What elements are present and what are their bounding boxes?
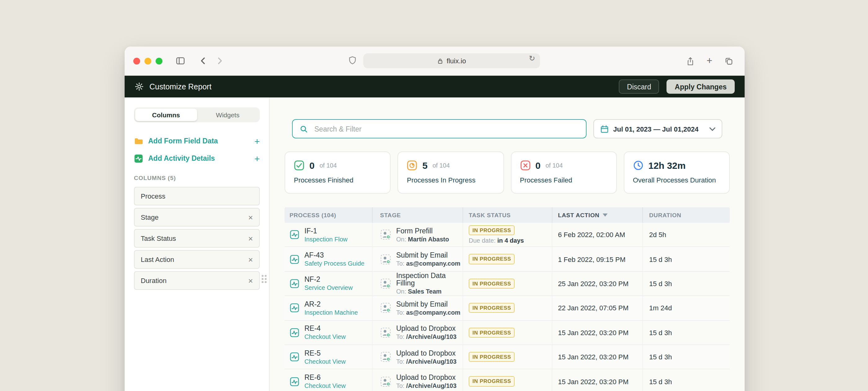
table-row[interactable]: RE-4 Checkout View (285, 320, 730, 345)
remove-column-icon[interactable]: × (248, 213, 253, 221)
task-status-cell: IN PROGRESS (463, 296, 552, 320)
assignee-icon (380, 376, 391, 387)
assignee-icon (380, 327, 391, 338)
table-row[interactable]: RE-6 Checkout View (285, 370, 730, 391)
stage-assignee: To: as@company.com (396, 260, 460, 267)
duration-value: 1m 24d (649, 304, 672, 312)
add-form-field-label: Add Form Field Data (148, 137, 218, 145)
status-badge: IN PROGRESS (469, 254, 515, 264)
process-id: IF-1 (304, 227, 347, 234)
stat-value: 0 (309, 160, 315, 171)
header-duration[interactable]: DURATION (642, 207, 730, 223)
column-card[interactable]: Stage × (134, 208, 260, 226)
add-activity-details[interactable]: Add Activity Details + (134, 149, 260, 167)
process-id: AF-43 (304, 251, 364, 259)
stat-processes-failed: 0 of 104 Processes Failed (510, 151, 617, 194)
stage-name: Upload to Dropbox (396, 373, 457, 381)
process-id: AR-2 (304, 300, 358, 308)
add-form-field-plus-icon[interactable]: + (254, 136, 260, 145)
task-status-cell: IN PROGRESS (463, 345, 552, 369)
processes-table: PROCESS (104) STAGE TASK STATUS LAST ACT… (285, 207, 730, 391)
zoom-window-button[interactable] (156, 57, 162, 64)
calendar-icon (600, 124, 609, 133)
duration-value: 15 d 3h (649, 255, 672, 263)
date-range-text: Jul 01, 2023 — Jul 01,2024 (613, 125, 699, 133)
stage-assignee: On: Sales Team (396, 288, 463, 295)
stat-value: 5 (423, 160, 428, 171)
add-form-field-data[interactable]: Add Form Field Data + (134, 132, 260, 149)
date-range-picker[interactable]: Jul 01, 2023 — Jul 01,2024 (593, 119, 722, 138)
tab-widgets[interactable]: Widgets (197, 109, 258, 121)
header-task-status[interactable]: TASK STATUS (463, 207, 552, 223)
status-badge: IN PROGRESS (469, 225, 515, 235)
due-date: Due date: in 4 days (469, 238, 524, 244)
last-action-value: 22 Jan 2022, 07:05 PM (558, 304, 629, 312)
column-card[interactable]: Duration × (134, 271, 260, 290)
finished-icon (294, 160, 304, 171)
process-id: RE-4 (304, 325, 346, 332)
add-activity-details-plus-icon[interactable]: + (254, 153, 260, 163)
last-action-value: 1 Feb 2022, 09:15 PM (558, 255, 626, 263)
tab-columns[interactable]: Columns (135, 109, 197, 121)
column-card[interactable]: Last Action × (134, 250, 260, 269)
process-subtitle: Checkout View (304, 334, 346, 340)
tab-overview-icon[interactable] (724, 56, 734, 65)
close-window-button[interactable] (133, 57, 140, 64)
column-card[interactable]: Process (134, 187, 260, 205)
status-badge: IN PROGRESS (469, 327, 515, 337)
process-cell: AF-43 Safety Process Guide (285, 247, 372, 271)
duration-cell: 2d 5h (642, 223, 730, 247)
browser-sidebar-icon[interactable] (176, 56, 185, 66)
discard-button[interactable]: Discard (619, 79, 659, 94)
process-icon (289, 254, 300, 264)
in-progress-icon (407, 160, 417, 171)
remove-column-icon[interactable]: × (248, 234, 253, 242)
process-icon (289, 352, 300, 362)
table-row[interactable]: AR-2 Inspection Machine (285, 296, 730, 320)
process-subtitle: Inspection Machine (304, 309, 358, 316)
table-row[interactable]: RE-5 Checkout View (285, 345, 730, 370)
stats-row: 0 of 104 Processes Finished 5 of 104 (285, 151, 730, 194)
privacy-shield-icon[interactable] (348, 56, 357, 65)
process-icon (289, 303, 300, 313)
remove-column-icon[interactable]: × (248, 255, 253, 263)
status-badge: IN PROGRESS (469, 376, 515, 386)
duration-cell: 15 d 3h (642, 320, 730, 344)
header-last-action[interactable]: LAST ACTION (552, 207, 642, 223)
task-status-cell: IN PROGRESS (463, 247, 552, 271)
minimize-window-button[interactable] (145, 57, 151, 64)
process-cell: RE-5 Checkout View (285, 345, 372, 369)
table-row[interactable]: IF-1 Inspection Flow (285, 223, 730, 247)
process-cell: NF-2 Service Overview (285, 272, 372, 296)
new-tab-icon[interactable]: + (707, 56, 712, 66)
search-filter-box[interactable] (292, 119, 587, 138)
last-action-cell: 25 Jan 2022, 03:20 PM (552, 272, 642, 296)
stat-label: Overall Processes Duration (633, 176, 721, 184)
column-card[interactable]: Task Status × (134, 229, 260, 248)
customize-sidebar: Columns Widgets Add Form Field Data + Ad… (125, 97, 270, 391)
header-process[interactable]: PROCESS (104) (285, 207, 372, 223)
address-bar[interactable]: fluix.io ↻ (363, 53, 540, 68)
table-row[interactable]: NF-2 Service Overview (285, 272, 730, 296)
forward-icon[interactable] (215, 56, 224, 65)
search-input[interactable] (313, 124, 579, 133)
remove-column-icon[interactable]: × (248, 277, 253, 284)
stage-name: Inspection Data Filling (396, 272, 463, 287)
sort-desc-icon (602, 214, 608, 217)
process-icon (289, 279, 300, 288)
clock-icon (633, 160, 644, 171)
header-stage[interactable]: STAGE (372, 207, 463, 223)
stat-label: Processes Failed (520, 176, 608, 184)
assignee-icon (380, 303, 391, 314)
back-icon[interactable] (199, 56, 208, 65)
share-icon[interactable] (685, 56, 695, 65)
activity-icon (134, 153, 143, 163)
filter-row: Jul 01, 2023 — Jul 01,2024 (292, 119, 722, 138)
last-action-cell: 15 Jan 2022, 03:20 PM (552, 345, 642, 369)
last-action-cell: 15 Jan 2022, 03:20 PM (552, 370, 642, 391)
refresh-icon[interactable]: ↻ (529, 54, 535, 63)
drag-handle[interactable] (261, 275, 267, 283)
stage-name: Form Prefill (396, 227, 449, 234)
apply-changes-button[interactable]: Apply Changes (667, 79, 735, 94)
table-row[interactable]: AF-43 Safety Process Guide (285, 247, 730, 272)
